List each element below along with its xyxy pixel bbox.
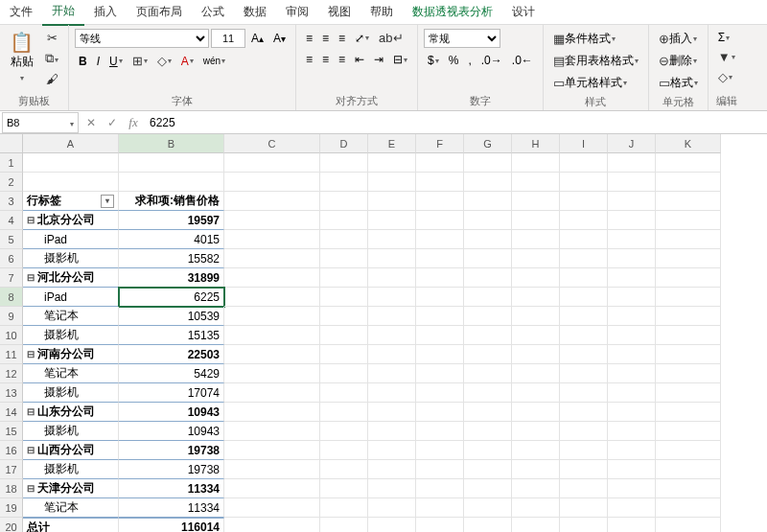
cell-B3[interactable]: 求和项:销售价格 <box>119 192 224 211</box>
cell-A4[interactable]: ⊟北京分公司 <box>23 211 119 230</box>
column-header-H[interactable]: H <box>512 134 560 153</box>
cell-G17[interactable] <box>464 460 512 479</box>
cell-C14[interactable] <box>224 403 320 422</box>
cell-D11[interactable] <box>320 345 368 364</box>
cell-E17[interactable] <box>368 460 416 479</box>
cell-G13[interactable] <box>464 383 512 403</box>
column-header-G[interactable]: G <box>464 134 512 153</box>
cell-D3[interactable] <box>320 192 368 211</box>
confirm-formula-button[interactable]: ✓ <box>102 116 123 129</box>
autosum-button[interactable]: Σ <box>714 29 733 46</box>
cell-K17[interactable] <box>656 460 721 479</box>
cell-H7[interactable] <box>512 268 560 288</box>
cell-J20[interactable] <box>608 518 656 532</box>
column-header-F[interactable]: F <box>416 134 464 153</box>
cell-E8[interactable] <box>368 288 416 307</box>
cell-B4[interactable]: 19597 <box>119 211 224 230</box>
menu-item-4[interactable]: 公式 <box>192 0 234 25</box>
cell-styles-button[interactable]: ▭ 单元格样式 <box>549 73 631 93</box>
cell-K14[interactable] <box>656 403 721 422</box>
cell-D10[interactable] <box>320 326 368 345</box>
cell-E10[interactable] <box>368 326 416 345</box>
collapse-icon[interactable]: ⊟ <box>27 349 35 359</box>
cell-A15[interactable]: 摄影机 <box>23 422 119 441</box>
cell-G19[interactable] <box>464 498 512 518</box>
cell-B12[interactable]: 5429 <box>119 364 224 383</box>
cell-B8[interactable]: 6225 <box>119 288 224 307</box>
align-right-button[interactable]: ≡ <box>335 51 349 68</box>
cell-J13[interactable] <box>608 383 656 403</box>
cell-C8[interactable] <box>224 288 320 307</box>
cell-A12[interactable]: 笔记本 <box>23 364 119 383</box>
cell-I5[interactable] <box>560 230 608 249</box>
cell-G9[interactable] <box>464 307 512 326</box>
cell-I13[interactable] <box>560 383 608 403</box>
cell-I20[interactable] <box>560 518 608 532</box>
collapse-icon[interactable]: ⊟ <box>27 215 35 225</box>
cell-C5[interactable] <box>224 230 320 249</box>
cell-D6[interactable] <box>320 249 368 268</box>
cell-C7[interactable] <box>224 268 320 288</box>
cell-I8[interactable] <box>560 288 608 307</box>
cell-I9[interactable] <box>560 307 608 326</box>
cell-E6[interactable] <box>368 249 416 268</box>
cell-D14[interactable] <box>320 403 368 422</box>
row-header[interactable]: 7 <box>0 268 23 288</box>
cell-F9[interactable] <box>416 307 464 326</box>
cell-A17[interactable]: 摄影机 <box>23 460 119 479</box>
cell-A19[interactable]: 笔记本 <box>23 498 119 518</box>
cell-C10[interactable] <box>224 326 320 345</box>
cell-A8[interactable]: iPad <box>23 288 119 307</box>
number-format-select[interactable]: 常规 <box>424 29 500 48</box>
cell-H18[interactable] <box>512 479 560 498</box>
cell-K10[interactable] <box>656 326 721 345</box>
cell-B20[interactable]: 116014 <box>119 518 224 532</box>
cell-F11[interactable] <box>416 345 464 364</box>
fill-button[interactable]: ▼ <box>714 48 739 66</box>
row-header[interactable]: 2 <box>0 173 23 192</box>
align-bottom-button[interactable]: ≡ <box>335 30 349 47</box>
cell-I16[interactable] <box>560 441 608 460</box>
cell-B6[interactable]: 15582 <box>119 249 224 268</box>
row-header[interactable]: 17 <box>0 460 23 479</box>
row-header[interactable]: 6 <box>0 249 23 268</box>
cell-J10[interactable] <box>608 326 656 345</box>
column-header-I[interactable]: I <box>560 134 608 153</box>
cell-C19[interactable] <box>224 498 320 518</box>
cell-A16[interactable]: ⊟山西分公司 <box>23 441 119 460</box>
cell-E14[interactable] <box>368 403 416 422</box>
align-top-button[interactable]: ≡ <box>302 30 316 47</box>
align-middle-button[interactable]: ≡ <box>318 30 333 47</box>
formula-input[interactable]: 6225 <box>144 112 767 133</box>
cell-F8[interactable] <box>416 288 464 307</box>
row-header[interactable]: 18 <box>0 479 23 498</box>
row-header[interactable]: 3 <box>0 192 23 211</box>
cell-B7[interactable]: 31899 <box>119 268 224 288</box>
menu-item-9[interactable]: 数据透视表分析 <box>403 0 502 25</box>
column-header-K[interactable]: K <box>656 134 721 153</box>
cell-A11[interactable]: ⊟河南分公司 <box>23 345 119 364</box>
cell-J1[interactable] <box>608 153 656 173</box>
cell-F17[interactable] <box>416 460 464 479</box>
cell-G15[interactable] <box>464 422 512 441</box>
cell-J5[interactable] <box>608 230 656 249</box>
cell-F18[interactable] <box>416 479 464 498</box>
cell-H14[interactable] <box>512 403 560 422</box>
collapse-icon[interactable]: ⊟ <box>27 445 35 455</box>
cell-E4[interactable] <box>368 211 416 230</box>
merge-button[interactable]: ⊟ <box>389 51 411 68</box>
cell-K19[interactable] <box>656 498 721 518</box>
cell-H5[interactable] <box>512 230 560 249</box>
menu-item-3[interactable]: 页面布局 <box>127 0 192 25</box>
cell-G14[interactable] <box>464 403 512 422</box>
border-button[interactable]: ⊞ <box>128 52 151 70</box>
cell-E2[interactable] <box>368 173 416 192</box>
paste-button[interactable]: 📋 粘贴 <box>6 29 37 85</box>
cell-B16[interactable]: 19738 <box>119 441 224 460</box>
cell-H19[interactable] <box>512 498 560 518</box>
cell-K6[interactable] <box>656 249 721 268</box>
column-header-J[interactable]: J <box>608 134 656 153</box>
row-header[interactable]: 19 <box>0 498 23 518</box>
cell-F1[interactable] <box>416 153 464 173</box>
font-size-input[interactable] <box>211 29 245 48</box>
